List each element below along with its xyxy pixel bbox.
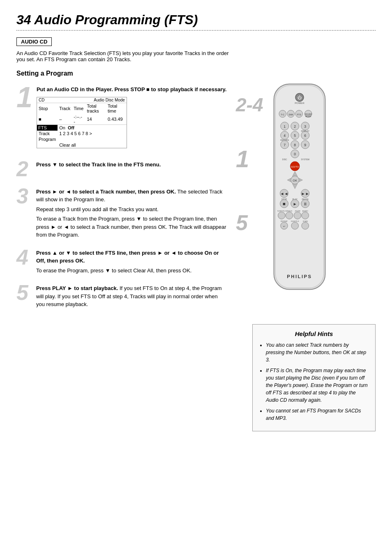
step-5: 5 Press PLAY ► to start playback. If you… (16, 282, 228, 310)
svg-point-73 (302, 222, 309, 230)
step-4-content: Press ▲ or ▼ to select the FTS line, the… (36, 246, 228, 276)
svg-text:RETURN: RETURN (280, 139, 289, 141)
svg-text:ANGLE: ANGLE (286, 210, 293, 212)
svg-text:PHILIPS: PHILIPS (287, 274, 312, 279)
hint-item-3: You cannot set an FTS Program for SACDs … (266, 407, 369, 422)
remote-step-label-2-4: 2-4 1 5 (236, 95, 263, 233)
hint-item-2: If FTS is On, the Program may play each … (266, 367, 369, 404)
step-2-content: Press ▼ to select the Track line in the … (36, 158, 228, 170)
hints-box: Helpful Hints You also can select Track … (252, 324, 376, 431)
svg-point-63 (278, 212, 286, 219)
right-column: 2-4 1 5 ⏻ POWER T-C DIM FTS (236, 83, 376, 316)
svg-text:■: ■ (283, 201, 286, 206)
svg-text:DISPLAY: DISPLAY (301, 130, 309, 132)
remote-illustration-wrapper: 2-4 1 5 ⏻ POWER T-C DIM FTS (258, 83, 353, 300)
svg-text:DIM: DIM (289, 113, 293, 116)
svg-text:POWER: POWER (295, 101, 304, 104)
svg-text:4: 4 (284, 134, 286, 138)
steps-column: 1 Put an Audio CD in the Player. Press S… (16, 83, 228, 316)
svg-text:9: 9 (304, 143, 306, 147)
step-2-text: Press ▼ to select the Track line in the … (36, 161, 228, 169)
step-1-text: Put an Audio CD in the Player. Press STO… (37, 85, 228, 94)
step-4-text: Press ▲ or ▼ to select the FTS line, the… (36, 249, 228, 265)
svg-point-72 (291, 222, 299, 230)
svg-text:SCAN: SCAN (303, 220, 308, 222)
hints-title: Helpful Hints (259, 330, 369, 337)
svg-point-65 (294, 212, 301, 219)
svg-text:ZOOM: ZOOM (295, 210, 300, 212)
svg-point-66 (302, 212, 309, 219)
svg-text:SYSTEM: SYSTEM (301, 158, 309, 161)
svg-text:⏸: ⏸ (303, 202, 307, 206)
step-3-extra2: To erase a Track from the Program, press… (36, 215, 228, 239)
hints-list: You also can select Track numbers by pre… (259, 341, 369, 422)
audio-cd-badge: AUDIO CD (16, 37, 52, 46)
svg-text:REPEAT: REPEAT (281, 220, 288, 222)
svg-text:◄◄: ◄◄ (280, 191, 288, 196)
svg-text:0: 0 (294, 152, 296, 156)
svg-text:OK: OK (293, 179, 297, 182)
step-3: 3 Press ► or ◄ to select a Track number,… (16, 185, 228, 241)
svg-text:⏻: ⏻ (297, 95, 302, 100)
svg-text:6: 6 (304, 134, 306, 138)
hint-item-1: You also can select Track numbers by pre… (266, 341, 369, 364)
step-number-2: 2 (16, 158, 32, 180)
step-number-4: 4 (16, 246, 32, 268)
step-4-extra: To erase the Program, press ▼ to select … (36, 267, 228, 275)
step-number-5: 5 (16, 282, 32, 303)
step-5-text: Press PLAY ► to start playback. If you s… (36, 284, 228, 309)
intro-text: An Audio CD Favorite Track Selection (FT… (16, 50, 234, 62)
svg-text:GO/TO: GO/TO (291, 165, 299, 168)
setting-program-title: Setting a Program (16, 70, 376, 77)
step-2: 2 Press ▼ to select the Track line in th… (16, 158, 228, 180)
svg-text:7: 7 (284, 143, 286, 147)
screen-table: CD Audio Disc Mode StopTrackTimeTotal tr… (37, 97, 127, 148)
svg-text:AUDIO: AUDIO (302, 210, 308, 212)
svg-text:2: 2 (294, 124, 296, 129)
svg-text:SUBTITLE: SUBTITLE (277, 210, 286, 212)
svg-text:1: 1 (284, 124, 286, 129)
step-4: 4 Press ▲ or ▼ to select the FTS line, t… (16, 246, 228, 276)
bottom-section: Helpful Hints You also can select Track … (16, 324, 376, 431)
svg-text:SHUFFLE: SHUFFLE (291, 220, 299, 222)
svg-text:MODE: MODE (305, 115, 311, 117)
svg-text:DISC: DISC (282, 158, 287, 161)
step-5-content: Press PLAY ► to start playback. If you s… (36, 282, 228, 310)
page-title: 34 Audio Programming (FTS) (16, 12, 376, 28)
svg-text:FTS: FTS (297, 113, 301, 116)
step-1: 1 Put an Audio CD in the Player. Press S… (16, 83, 228, 152)
svg-text:5: 5 (294, 134, 296, 138)
svg-text:T-C: T-C (281, 113, 284, 116)
step-number-3: 3 (16, 185, 32, 207)
section-divider (16, 30, 376, 31)
step-3-text: Press ► or ◄ to select a Track number, t… (36, 188, 228, 204)
svg-text:↩: ↩ (283, 225, 285, 228)
step-3-content: Press ► or ◄ to select a Track number, t… (36, 185, 228, 241)
svg-text:►: ► (293, 202, 297, 206)
step-number-1: 1 (16, 83, 32, 112)
svg-text:8: 8 (294, 143, 296, 147)
step-3-extra1: Repeat step 3 until you add all the Trac… (36, 205, 228, 214)
svg-text:3: 3 (304, 124, 306, 129)
svg-point-64 (286, 212, 293, 219)
step-1-content: Put an Audio CD in the Player. Press STO… (37, 83, 228, 152)
remote-svg: ⏻ POWER T-C DIM FTS SOUND MODE 1 2 3 (258, 83, 341, 299)
svg-text:►►: ►► (301, 191, 309, 196)
